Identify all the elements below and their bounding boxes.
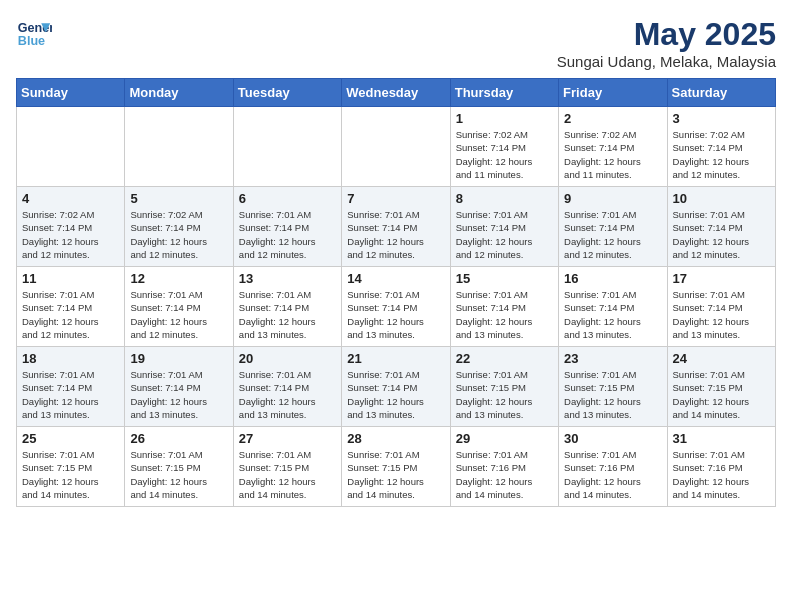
day-info: Sunrise: 7:01 AM Sunset: 7:15 PM Dayligh… xyxy=(130,448,227,501)
day-number: 12 xyxy=(130,271,227,286)
day-number: 13 xyxy=(239,271,336,286)
calendar-cell: 31Sunrise: 7:01 AM Sunset: 7:16 PM Dayli… xyxy=(667,427,775,507)
day-info: Sunrise: 7:01 AM Sunset: 7:16 PM Dayligh… xyxy=(673,448,770,501)
col-header-thursday: Thursday xyxy=(450,79,558,107)
location-subtitle: Sungai Udang, Melaka, Malaysia xyxy=(557,53,776,70)
title-section: May 2025 Sungai Udang, Melaka, Malaysia xyxy=(557,16,776,70)
calendar-cell: 19Sunrise: 7:01 AM Sunset: 7:14 PM Dayli… xyxy=(125,347,233,427)
calendar-week-1: 1Sunrise: 7:02 AM Sunset: 7:14 PM Daylig… xyxy=(17,107,776,187)
day-number: 1 xyxy=(456,111,553,126)
day-number: 26 xyxy=(130,431,227,446)
day-info: Sunrise: 7:02 AM Sunset: 7:14 PM Dayligh… xyxy=(564,128,661,181)
day-info: Sunrise: 7:01 AM Sunset: 7:14 PM Dayligh… xyxy=(564,288,661,341)
calendar-cell: 24Sunrise: 7:01 AM Sunset: 7:15 PM Dayli… xyxy=(667,347,775,427)
calendar-cell xyxy=(342,107,450,187)
logo-icon: General Blue xyxy=(16,16,52,52)
day-number: 31 xyxy=(673,431,770,446)
page-header: General Blue May 2025 Sungai Udang, Mela… xyxy=(16,16,776,70)
day-info: Sunrise: 7:01 AM Sunset: 7:14 PM Dayligh… xyxy=(239,208,336,261)
calendar-cell xyxy=(17,107,125,187)
day-info: Sunrise: 7:01 AM Sunset: 7:14 PM Dayligh… xyxy=(239,368,336,421)
col-header-wednesday: Wednesday xyxy=(342,79,450,107)
calendar-cell: 25Sunrise: 7:01 AM Sunset: 7:15 PM Dayli… xyxy=(17,427,125,507)
calendar-table: SundayMondayTuesdayWednesdayThursdayFrid… xyxy=(16,78,776,507)
day-number: 8 xyxy=(456,191,553,206)
calendar-cell: 29Sunrise: 7:01 AM Sunset: 7:16 PM Dayli… xyxy=(450,427,558,507)
day-info: Sunrise: 7:01 AM Sunset: 7:15 PM Dayligh… xyxy=(564,368,661,421)
day-info: Sunrise: 7:01 AM Sunset: 7:16 PM Dayligh… xyxy=(456,448,553,501)
day-number: 22 xyxy=(456,351,553,366)
day-number: 14 xyxy=(347,271,444,286)
calendar-week-5: 25Sunrise: 7:01 AM Sunset: 7:15 PM Dayli… xyxy=(17,427,776,507)
calendar-cell: 1Sunrise: 7:02 AM Sunset: 7:14 PM Daylig… xyxy=(450,107,558,187)
day-number: 15 xyxy=(456,271,553,286)
month-year-title: May 2025 xyxy=(557,16,776,53)
logo: General Blue xyxy=(16,16,52,52)
day-info: Sunrise: 7:01 AM Sunset: 7:14 PM Dayligh… xyxy=(347,288,444,341)
calendar-week-4: 18Sunrise: 7:01 AM Sunset: 7:14 PM Dayli… xyxy=(17,347,776,427)
calendar-cell xyxy=(233,107,341,187)
calendar-cell: 30Sunrise: 7:01 AM Sunset: 7:16 PM Dayli… xyxy=(559,427,667,507)
day-number: 27 xyxy=(239,431,336,446)
calendar-cell: 17Sunrise: 7:01 AM Sunset: 7:14 PM Dayli… xyxy=(667,267,775,347)
calendar-cell: 11Sunrise: 7:01 AM Sunset: 7:14 PM Dayli… xyxy=(17,267,125,347)
calendar-cell: 20Sunrise: 7:01 AM Sunset: 7:14 PM Dayli… xyxy=(233,347,341,427)
calendar-cell: 5Sunrise: 7:02 AM Sunset: 7:14 PM Daylig… xyxy=(125,187,233,267)
day-info: Sunrise: 7:01 AM Sunset: 7:15 PM Dayligh… xyxy=(673,368,770,421)
day-info: Sunrise: 7:01 AM Sunset: 7:15 PM Dayligh… xyxy=(456,368,553,421)
calendar-week-3: 11Sunrise: 7:01 AM Sunset: 7:14 PM Dayli… xyxy=(17,267,776,347)
svg-text:Blue: Blue xyxy=(18,34,45,48)
col-header-tuesday: Tuesday xyxy=(233,79,341,107)
col-header-friday: Friday xyxy=(559,79,667,107)
col-header-saturday: Saturday xyxy=(667,79,775,107)
day-number: 16 xyxy=(564,271,661,286)
day-info: Sunrise: 7:02 AM Sunset: 7:14 PM Dayligh… xyxy=(456,128,553,181)
day-number: 29 xyxy=(456,431,553,446)
calendar-cell: 26Sunrise: 7:01 AM Sunset: 7:15 PM Dayli… xyxy=(125,427,233,507)
calendar-cell xyxy=(125,107,233,187)
calendar-cell: 14Sunrise: 7:01 AM Sunset: 7:14 PM Dayli… xyxy=(342,267,450,347)
calendar-cell: 15Sunrise: 7:01 AM Sunset: 7:14 PM Dayli… xyxy=(450,267,558,347)
day-info: Sunrise: 7:02 AM Sunset: 7:14 PM Dayligh… xyxy=(673,128,770,181)
calendar-cell: 12Sunrise: 7:01 AM Sunset: 7:14 PM Dayli… xyxy=(125,267,233,347)
day-info: Sunrise: 7:01 AM Sunset: 7:14 PM Dayligh… xyxy=(347,208,444,261)
calendar-cell: 23Sunrise: 7:01 AM Sunset: 7:15 PM Dayli… xyxy=(559,347,667,427)
day-number: 4 xyxy=(22,191,119,206)
calendar-cell: 7Sunrise: 7:01 AM Sunset: 7:14 PM Daylig… xyxy=(342,187,450,267)
day-number: 6 xyxy=(239,191,336,206)
day-info: Sunrise: 7:01 AM Sunset: 7:14 PM Dayligh… xyxy=(673,208,770,261)
day-info: Sunrise: 7:01 AM Sunset: 7:14 PM Dayligh… xyxy=(22,368,119,421)
calendar-cell: 9Sunrise: 7:01 AM Sunset: 7:14 PM Daylig… xyxy=(559,187,667,267)
calendar-cell: 22Sunrise: 7:01 AM Sunset: 7:15 PM Dayli… xyxy=(450,347,558,427)
calendar-week-2: 4Sunrise: 7:02 AM Sunset: 7:14 PM Daylig… xyxy=(17,187,776,267)
calendar-cell: 3Sunrise: 7:02 AM Sunset: 7:14 PM Daylig… xyxy=(667,107,775,187)
day-number: 7 xyxy=(347,191,444,206)
day-info: Sunrise: 7:01 AM Sunset: 7:14 PM Dayligh… xyxy=(239,288,336,341)
day-number: 3 xyxy=(673,111,770,126)
day-number: 9 xyxy=(564,191,661,206)
day-number: 28 xyxy=(347,431,444,446)
day-info: Sunrise: 7:01 AM Sunset: 7:14 PM Dayligh… xyxy=(456,288,553,341)
calendar-cell: 28Sunrise: 7:01 AM Sunset: 7:15 PM Dayli… xyxy=(342,427,450,507)
day-number: 21 xyxy=(347,351,444,366)
day-number: 5 xyxy=(130,191,227,206)
day-number: 24 xyxy=(673,351,770,366)
day-info: Sunrise: 7:01 AM Sunset: 7:16 PM Dayligh… xyxy=(564,448,661,501)
day-info: Sunrise: 7:01 AM Sunset: 7:14 PM Dayligh… xyxy=(564,208,661,261)
calendar-cell: 18Sunrise: 7:01 AM Sunset: 7:14 PM Dayli… xyxy=(17,347,125,427)
day-number: 18 xyxy=(22,351,119,366)
calendar-cell: 8Sunrise: 7:01 AM Sunset: 7:14 PM Daylig… xyxy=(450,187,558,267)
calendar-cell: 2Sunrise: 7:02 AM Sunset: 7:14 PM Daylig… xyxy=(559,107,667,187)
calendar-cell: 27Sunrise: 7:01 AM Sunset: 7:15 PM Dayli… xyxy=(233,427,341,507)
calendar-header-row: SundayMondayTuesdayWednesdayThursdayFrid… xyxy=(17,79,776,107)
calendar-cell: 16Sunrise: 7:01 AM Sunset: 7:14 PM Dayli… xyxy=(559,267,667,347)
col-header-monday: Monday xyxy=(125,79,233,107)
day-info: Sunrise: 7:01 AM Sunset: 7:15 PM Dayligh… xyxy=(347,448,444,501)
calendar-cell: 13Sunrise: 7:01 AM Sunset: 7:14 PM Dayli… xyxy=(233,267,341,347)
day-info: Sunrise: 7:01 AM Sunset: 7:14 PM Dayligh… xyxy=(456,208,553,261)
day-info: Sunrise: 7:02 AM Sunset: 7:14 PM Dayligh… xyxy=(130,208,227,261)
day-info: Sunrise: 7:01 AM Sunset: 7:14 PM Dayligh… xyxy=(130,368,227,421)
day-info: Sunrise: 7:01 AM Sunset: 7:14 PM Dayligh… xyxy=(130,288,227,341)
day-number: 11 xyxy=(22,271,119,286)
calendar-cell: 10Sunrise: 7:01 AM Sunset: 7:14 PM Dayli… xyxy=(667,187,775,267)
